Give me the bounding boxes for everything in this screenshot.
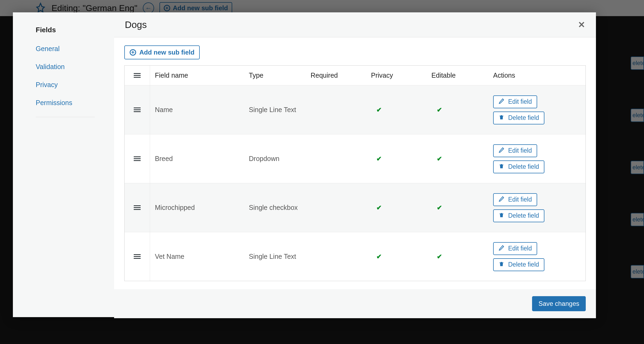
- cell-editable: ✔: [427, 199, 488, 216]
- main-panel: Dogs ✕ + Add new sub field Field name Ty…: [114, 12, 596, 317]
- modal-dialog: Fields General Validation Privacy Permis…: [13, 12, 596, 317]
- cell-type: Single Line Text: [244, 248, 306, 265]
- hamburger-icon: [134, 73, 141, 78]
- table-row: Microchipped Single checkbox ✔ ✔ Edit fi…: [125, 183, 585, 232]
- edit-field-button[interactable]: Edit field: [493, 95, 537, 108]
- header-actions: Actions: [488, 66, 585, 85]
- sidebar-heading: Fields: [21, 26, 106, 34]
- header-privacy: Privacy: [366, 66, 427, 85]
- add-sub-field-button[interactable]: + Add new sub field: [124, 45, 200, 59]
- header-field-name: Field name: [150, 66, 244, 85]
- cell-field-name: Microchipped: [150, 199, 244, 216]
- cell-actions: Edit field Delete field: [488, 188, 585, 227]
- check-icon: ✔: [437, 204, 483, 212]
- save-changes-button[interactable]: Save changes: [532, 296, 586, 311]
- cell-required: [306, 154, 366, 164]
- edit-field-label: Edit field: [508, 147, 532, 154]
- content-area: + Add new sub field Field name Type Requ…: [114, 37, 596, 289]
- check-icon: ✔: [437, 253, 483, 260]
- header-drag-col: [125, 66, 150, 85]
- sidebar-link-permissions[interactable]: Permissions: [36, 99, 72, 106]
- cell-privacy: ✔: [366, 199, 427, 216]
- cell-privacy: ✔: [366, 248, 427, 265]
- close-icon: ✕: [578, 20, 585, 30]
- edit-field-button[interactable]: Edit field: [493, 144, 537, 157]
- check-icon: ✔: [376, 106, 422, 114]
- sidebar: Fields General Validation Privacy Permis…: [13, 12, 114, 317]
- drag-handle[interactable]: [125, 85, 150, 134]
- trash-icon: [499, 114, 504, 122]
- header-editable: Editable: [427, 66, 488, 85]
- hamburger-icon: [134, 156, 141, 161]
- cell-type: Dropdown: [244, 150, 306, 167]
- cell-type: Single Line Text: [244, 101, 306, 119]
- edit-field-label: Edit field: [508, 196, 532, 203]
- trash-icon: [499, 163, 504, 171]
- check-icon: ✔: [437, 155, 483, 163]
- table-row: Name Single Line Text ✔ ✔ Edit field Del…: [125, 85, 585, 134]
- cell-actions: Edit field Delete field: [488, 237, 585, 276]
- drag-handle[interactable]: [125, 232, 150, 281]
- delete-field-label: Delete field: [508, 163, 539, 170]
- table-header-row: Field name Type Required Privacy Editabl…: [125, 66, 585, 85]
- cell-privacy: ✔: [366, 150, 427, 167]
- check-icon: ✔: [376, 253, 422, 260]
- delete-field-button[interactable]: Delete field: [493, 112, 544, 124]
- header-type: Type: [244, 66, 306, 85]
- cell-field-name: Breed: [150, 150, 244, 167]
- fields-table: Field name Type Required Privacy Editabl…: [124, 65, 586, 281]
- trash-icon: [499, 212, 504, 220]
- cell-actions: Edit field Delete field: [488, 139, 585, 178]
- trash-icon: [499, 261, 504, 268]
- modal-footer: Save changes: [114, 289, 596, 318]
- pencil-icon: [499, 196, 504, 203]
- header-required: Required: [306, 66, 366, 85]
- edit-field-button[interactable]: Edit field: [493, 242, 537, 255]
- check-icon: ✔: [376, 204, 422, 212]
- pencil-icon: [499, 245, 504, 252]
- delete-field-label: Delete field: [508, 114, 539, 121]
- edit-field-label: Edit field: [508, 98, 532, 105]
- cell-editable: ✔: [427, 150, 488, 167]
- edit-field-label: Edit field: [508, 245, 532, 252]
- cell-editable: ✔: [427, 101, 488, 119]
- drag-handle[interactable]: [125, 134, 150, 183]
- edit-field-button[interactable]: Edit field: [493, 193, 537, 206]
- hamburger-icon: [134, 254, 141, 259]
- pencil-icon: [499, 147, 504, 155]
- cell-editable: ✔: [427, 248, 488, 265]
- cell-actions: Edit field Delete field: [488, 91, 585, 129]
- delete-field-button[interactable]: Delete field: [493, 209, 544, 222]
- close-button[interactable]: ✕: [578, 20, 585, 30]
- sidebar-divider: [36, 117, 95, 117]
- sidebar-link-privacy[interactable]: Privacy: [36, 81, 58, 88]
- cell-required: [306, 252, 366, 261]
- modal-header: Dogs ✕: [114, 12, 596, 37]
- drag-handle[interactable]: [125, 183, 150, 232]
- cell-required: [306, 105, 366, 115]
- hamburger-icon: [134, 205, 141, 210]
- cell-field-name: Name: [150, 101, 244, 119]
- add-sub-field-label: Add new sub field: [139, 49, 194, 56]
- sidebar-nav: General Validation Privacy Permissions: [21, 45, 106, 107]
- sidebar-link-validation[interactable]: Validation: [36, 63, 65, 70]
- table-row: Vet Name Single Line Text ✔ ✔ Edit field…: [125, 232, 585, 281]
- cell-field-name: Vet Name: [150, 248, 244, 265]
- delete-field-label: Delete field: [508, 212, 539, 219]
- cell-required: [306, 203, 366, 213]
- table-row: Breed Dropdown ✔ ✔ Edit field Delete fie…: [125, 134, 585, 183]
- sidebar-link-general[interactable]: General: [36, 45, 60, 52]
- plus-circle-icon: +: [130, 49, 136, 56]
- modal-title: Dogs: [125, 19, 147, 30]
- pencil-icon: [499, 98, 504, 106]
- cell-type: Single checkbox: [244, 199, 306, 216]
- check-icon: ✔: [376, 155, 422, 163]
- cell-privacy: ✔: [366, 101, 427, 119]
- delete-field-button[interactable]: Delete field: [493, 258, 544, 271]
- check-icon: ✔: [437, 106, 483, 114]
- delete-field-button[interactable]: Delete field: [493, 160, 544, 173]
- delete-field-label: Delete field: [508, 261, 539, 268]
- hamburger-icon: [134, 108, 141, 112]
